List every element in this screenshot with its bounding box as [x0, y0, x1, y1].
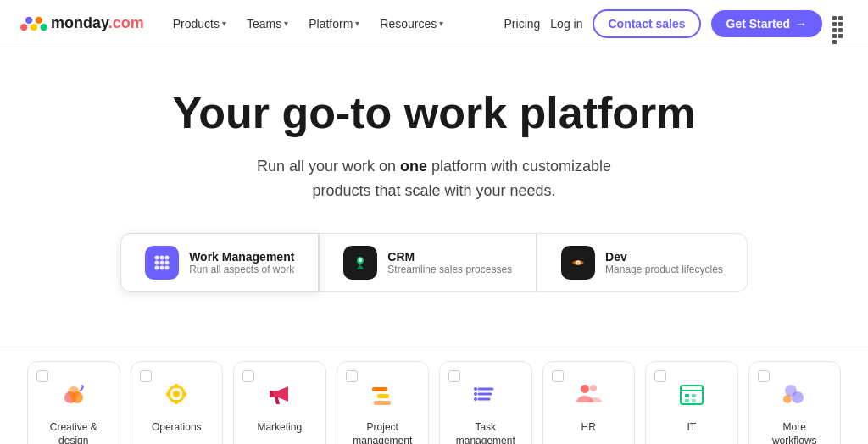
it-icon: [673, 375, 710, 413]
card-creative-checkbox[interactable]: [36, 370, 48, 382]
chevron-icon: ▾: [284, 19, 288, 28]
card-task-label: Taskmanagement: [456, 421, 515, 444]
svg-rect-29: [374, 401, 391, 405]
tab-work-management[interactable]: Work Management Run all aspects of work: [120, 233, 319, 292]
card-creative[interactable]: Creative & design: [27, 361, 120, 444]
nav-items: Products ▾ Teams ▾ Platform ▾ Resources …: [164, 12, 453, 36]
pricing-link[interactable]: Pricing: [504, 17, 541, 31]
svg-point-5: [155, 256, 159, 260]
work-management-icon: [145, 246, 179, 280]
dev-icon: [561, 246, 595, 280]
svg-point-3: [25, 16, 32, 23]
svg-point-7: [165, 256, 170, 260]
marketing-icon: [261, 375, 298, 413]
svg-point-21: [173, 391, 180, 397]
svg-point-8: [155, 261, 159, 265]
card-it-checkbox[interactable]: [654, 370, 666, 382]
card-more[interactable]: Moreworkflows: [748, 361, 842, 444]
svg-point-1: [31, 24, 37, 31]
svg-rect-25: [182, 392, 186, 396]
tab-dev[interactable]: Dev Manage product lifecycles: [537, 233, 748, 292]
logo[interactable]: monday.com: [20, 14, 144, 32]
card-task[interactable]: Taskmanagement: [439, 361, 532, 444]
tab-wm-title: Work Management: [189, 250, 294, 264]
task-icon: [467, 375, 504, 413]
project-icon: [364, 375, 401, 413]
card-marketing-checkbox[interactable]: [242, 370, 254, 382]
hero-highlight: one: [400, 158, 427, 175]
login-link[interactable]: Log in: [550, 17, 582, 31]
contact-sales-button[interactable]: Contact sales: [593, 9, 700, 38]
tab-crm-title: CRM: [387, 250, 512, 264]
operations-icon: [158, 375, 195, 413]
svg-rect-22: [175, 384, 178, 388]
svg-point-16: [577, 262, 579, 264]
svg-point-6: [160, 256, 164, 260]
card-operations-checkbox[interactable]: [140, 370, 152, 382]
svg-rect-42: [685, 399, 689, 402]
logo-text: monday.com: [51, 14, 144, 32]
nav-products[interactable]: Products ▾: [164, 12, 235, 36]
card-project-label: Projectmanagement: [353, 421, 412, 444]
svg-point-9: [160, 261, 164, 265]
card-it[interactable]: IT: [645, 361, 738, 444]
workflow-section: Creative & design Operations: [0, 347, 868, 444]
svg-rect-23: [175, 400, 178, 404]
card-task-checkbox[interactable]: [448, 370, 460, 382]
svg-rect-27: [372, 387, 387, 391]
tab-dev-title: Dev: [605, 250, 723, 264]
svg-point-2: [41, 24, 47, 31]
card-hr-checkbox[interactable]: [552, 370, 564, 382]
arrow-icon: →: [795, 17, 807, 31]
svg-rect-26: [270, 391, 273, 397]
more-icon: [776, 375, 813, 413]
svg-point-37: [590, 385, 597, 391]
apps-grid-icon[interactable]: [832, 16, 848, 31]
dev-text: Dev Manage product lifecycles: [605, 250, 723, 275]
svg-point-46: [783, 395, 792, 403]
card-hr[interactable]: HR: [542, 361, 636, 444]
tab-crm-desc: Streamline sales processes: [387, 264, 512, 275]
svg-point-4: [36, 16, 42, 23]
creative-icon: [55, 375, 92, 413]
svg-point-19: [68, 386, 80, 398]
svg-rect-28: [377, 394, 389, 398]
product-tabs: Work Management Run all aspects of work …: [20, 233, 848, 292]
svg-point-14: [359, 258, 362, 262]
card-project[interactable]: Projectmanagement: [337, 361, 430, 444]
crm-text: CRM Streamline sales processes: [387, 250, 512, 275]
workflow-cards-container: Creative & design Operations: [27, 361, 841, 444]
hr-icon: [570, 375, 607, 413]
card-marketing[interactable]: Marketing: [233, 361, 326, 444]
svg-point-35: [474, 397, 477, 401]
card-more-checkbox[interactable]: [758, 370, 770, 382]
svg-point-34: [474, 392, 477, 396]
svg-point-33: [474, 387, 477, 391]
nav-left: monday.com Products ▾ Teams ▾ Platform ▾…: [20, 12, 452, 36]
hero-title: Your go-to work platform: [20, 88, 848, 139]
chevron-icon: ▾: [222, 19, 226, 28]
hero-subtitle: Run all your work on one platform with c…: [20, 154, 848, 203]
svg-point-12: [160, 266, 164, 270]
svg-point-45: [792, 391, 804, 403]
crm-icon: [343, 246, 377, 280]
svg-point-0: [20, 24, 27, 31]
svg-rect-43: [692, 399, 696, 402]
nav-resources[interactable]: Resources ▾: [371, 12, 452, 36]
tab-crm[interactable]: CRM Streamline sales processes: [319, 233, 537, 292]
nav-right: Pricing Log in Contact sales Get Started…: [504, 9, 848, 38]
svg-rect-41: [692, 394, 696, 397]
card-operations[interactable]: Operations: [131, 361, 224, 444]
card-project-checkbox[interactable]: [346, 370, 358, 382]
svg-rect-40: [685, 394, 689, 397]
nav-platform[interactable]: Platform ▾: [300, 12, 368, 36]
tab-dev-desc: Manage product lifecycles: [605, 264, 723, 275]
svg-point-13: [165, 266, 170, 270]
card-marketing-label: Marketing: [257, 421, 302, 435]
chevron-icon: ▾: [439, 19, 443, 28]
nav-teams[interactable]: Teams ▾: [238, 12, 297, 36]
get-started-button-nav[interactable]: Get Started →: [711, 10, 822, 37]
card-creative-label: Creative & design: [38, 421, 109, 444]
svg-point-36: [581, 385, 589, 393]
card-operations-label: Operations: [152, 421, 202, 435]
